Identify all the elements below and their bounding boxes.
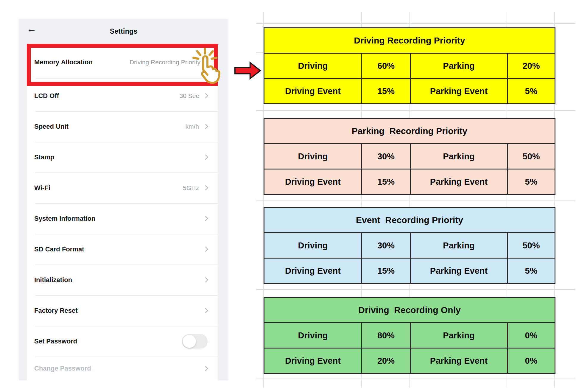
table-title: Driving Recording Only [264,298,555,323]
gridline [256,379,575,379]
table-cell: 80% [362,323,410,348]
highlight-box [27,44,218,86]
table-cell: Parking [410,233,507,258]
chevron-right-icon [203,246,208,252]
gridline [256,52,264,53]
table-cell: 15% [362,79,410,104]
row-label: System Information [34,215,95,223]
table-cell: Driving [264,53,362,79]
table-title: Event Recording Priority [264,208,555,233]
table-driving-recording-only: Driving Recording Only Driving 80% Parki… [264,297,555,374]
settings-header: ← Settings [19,19,228,44]
chevron-right-icon [203,366,208,371]
row-label: Change Password [34,365,91,372]
table-cell: Driving Event [264,348,362,374]
row-label: SD Card Format [34,245,84,253]
table-cell: 30% [362,144,410,169]
gridline [256,23,575,24]
settings-row-initialization[interactable]: Initialization [27,265,218,295]
chevron-right-icon [203,277,208,282]
table-cell: Parking Event [410,258,507,284]
chevron-right-icon [203,124,208,129]
row-label: Wi-Fi [34,184,50,192]
row-label: LCD Off [34,92,59,100]
table-cell: Parking [410,144,507,169]
table-cell: 50% [507,233,555,258]
table-cell: Parking [410,323,507,348]
gridline [256,200,575,200]
settings-row-change-password: Change Password [27,357,218,380]
annotated-screenshot: ← Settings Memory Allocation Driving Rec… [0,0,576,392]
row-value: 5GHz [183,184,199,192]
table-cell: 30% [362,233,410,258]
settings-row-set-password[interactable]: Set Password [27,326,218,357]
table-cell: Driving [264,323,362,348]
table-cell: Parking Event [410,169,507,195]
settings-row-stamp[interactable]: Stamp [27,142,218,172]
settings-row-speed-unit[interactable]: Speed Unit km/h [27,111,218,142]
table-event-recording-priority: Event Recording Priority Driving 30% Par… [264,207,555,284]
table-cell: 5% [507,79,555,104]
table-cell: 0% [507,323,555,348]
settings-row-wifi[interactable]: Wi-Fi 5GHz [27,172,218,203]
settings-row-system-information[interactable]: System Information [27,203,218,234]
table-cell: Driving [264,233,362,258]
table-title: Parking Recording Priority [264,119,555,144]
gridline [256,110,575,111]
table-driving-recording-priority: Driving Recording Priority Driving 60% P… [264,27,555,104]
red-arrow-icon [234,61,261,80]
chevron-right-icon [203,308,208,313]
table-cell: 5% [507,258,555,284]
table-cell: Driving Event [264,79,362,104]
row-value: 30 Sec [180,92,199,99]
table-cell: 0% [507,348,555,374]
table-cell: 20% [507,53,555,79]
table-cell: Driving Event [264,169,362,195]
page-title: Settings [110,27,137,35]
chevron-right-icon [203,185,208,190]
tap-hand-icon [189,46,220,85]
table-cell: Driving [264,144,362,169]
row-label: Set Password [34,337,77,345]
row-value: km/h [185,123,199,130]
gridline [256,289,575,290]
table-cell: Parking Event [410,79,507,104]
row-label: Initialization [34,276,72,284]
table-cell: Parking Event [410,348,507,374]
chevron-right-icon [203,216,208,221]
set-password-toggle[interactable] [182,334,208,349]
table-cell: Driving Event [264,258,362,284]
table-parking-recording-priority: Parking Recording Priority Driving 30% P… [264,118,555,195]
table-cell: 20% [362,348,410,374]
chevron-right-icon [203,93,208,98]
settings-list: Memory Allocation Driving Recording Prio… [27,44,218,380]
table-cell: 50% [507,144,555,169]
settings-row-sd-card-format[interactable]: SD Card Format [27,234,218,265]
toggle-knob [183,335,196,348]
table-cell: 15% [362,258,410,284]
row-label: Factory Reset [34,307,78,315]
row-label: Speed Unit [34,123,69,130]
settings-row-factory-reset[interactable]: Factory Reset [27,295,218,326]
row-label: Stamp [34,153,54,161]
hand-shape [202,56,219,83]
back-arrow-icon[interactable]: ← [27,24,37,34]
table-title: Driving Recording Priority [264,28,555,53]
table-cell: 15% [362,169,410,195]
table-cell: Parking [410,53,507,79]
table-cell: 60% [362,53,410,79]
chevron-right-icon [203,154,208,160]
table-cell: 5% [507,169,555,195]
